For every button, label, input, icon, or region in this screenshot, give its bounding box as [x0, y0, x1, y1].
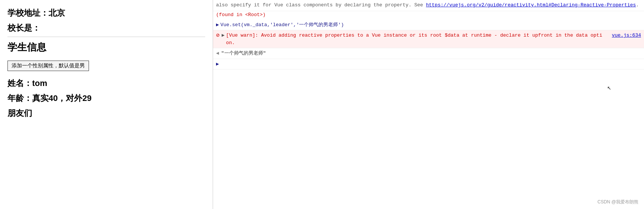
right-panel: also specify it for Vue class components…	[213, 0, 644, 209]
top-error-line: also specify it for Vue class components…	[213, 0, 644, 11]
age-label: 年龄：真实40，对外29	[7, 93, 205, 104]
vue-set-command-line: ▶ Vue.set(vm._data,'leader','一个帅气的男老师')	[213, 20, 644, 31]
empty-prompt-line: ▶ ↖	[213, 59, 644, 70]
principal-label: 校长是：	[7, 22, 205, 34]
warn-text: [Vue warn]: Avoid adding reactive proper…	[226, 32, 604, 46]
output-value-text: "一个帅气的男老师"	[221, 50, 641, 57]
add-gender-button[interactable]: 添加一个性别属性，默认值是男	[7, 61, 89, 71]
mouse-cursor-icon: ↖	[607, 83, 611, 93]
left-panel: 学校地址：北京 校长是： 学生信息 添加一个性别属性，默认值是男 姓名：tom …	[0, 0, 213, 209]
output-arrow-icon: ◀	[216, 50, 219, 57]
vuejs-link[interactable]: https://vuejs.org/v2/guide/reactivity.ht…	[426, 2, 636, 8]
warn-text-container: [Vue warn]: Avoid adding reactive proper…	[226, 32, 641, 46]
warn-expand-arrow: ▶	[222, 32, 225, 39]
top-error-text: also specify it for Vue class components…	[216, 2, 639, 8]
watermark: CSDN @我爱布朗熊	[597, 199, 638, 205]
name-label: 姓名：tom	[7, 78, 205, 89]
vue-file-link[interactable]: vue.js:634	[612, 32, 641, 39]
student-info-heading: 学生信息	[7, 41, 205, 54]
school-address: 学校地址：北京	[7, 7, 205, 19]
divider	[7, 37, 205, 37]
prompt-arrow-icon: ▶	[216, 61, 219, 68]
friends-label: 朋友们	[7, 108, 205, 119]
output-value-line: ◀ "一个帅气的男老师"	[213, 48, 644, 59]
found-in-root: (found in <Root>)	[213, 11, 644, 20]
expand-arrow-icon: ▶	[216, 21, 219, 29]
error-icon: ⊘	[216, 32, 219, 40]
vue-set-command-text: Vue.set(vm._data,'leader','一个帅气的男老师')	[221, 21, 641, 29]
vue-warn-line: ⊘ ▶ [Vue warn]: Avoid adding reactive pr…	[213, 30, 644, 48]
